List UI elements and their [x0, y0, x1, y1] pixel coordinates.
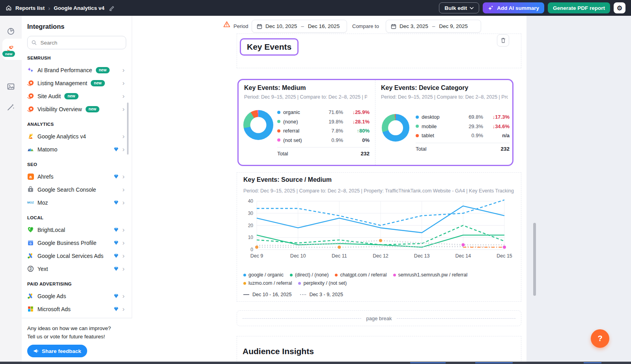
home-icon[interactable] — [6, 5, 12, 11]
svg-text:10: 10 — [248, 235, 254, 240]
warning-icon — [223, 21, 230, 28]
chart-legend-item-luzmo-com-referral: luzmo.com / referral — [243, 280, 292, 286]
sidebar-item-label: Google Analytics v4 — [37, 133, 86, 140]
sidebar-item-matomo[interactable]: Matomo› — [27, 143, 126, 156]
widget-key-events-source-medium[interactable]: Key Events: Source / Medium Period: Dec … — [237, 172, 521, 302]
delete-section-button[interactable] — [497, 34, 509, 47]
sidebar-item-moz[interactable]: MOZMoz› — [27, 196, 126, 209]
legend-change: ↓25.9% — [346, 109, 370, 115]
widget-subtitle: Period: Dec 9–15, 2025 | Compare to: Dec… — [381, 94, 508, 100]
compare-to: Dec 9, 2025 — [439, 23, 468, 29]
megaphone-icon — [33, 348, 39, 354]
sidebar-item-label: Moz — [37, 200, 48, 206]
sidebar-item-brightlocal[interactable]: BrightLocal› — [27, 223, 126, 236]
sidebar-title: Integrations — [27, 23, 126, 30]
sidebar-scrollbar[interactable] — [127, 103, 129, 155]
legend-dot — [243, 282, 246, 285]
icon-rail: new — [0, 16, 22, 364]
audience-insights-block[interactable]: Audience Insights — [237, 336, 521, 364]
sidebar-item-visibility-overview[interactable]: Visibility Overviewnew› — [27, 103, 126, 116]
image-icon — [7, 82, 15, 91]
chevron-right-icon: › — [122, 173, 125, 180]
search-icon — [32, 40, 37, 45]
help-label: ? — [597, 334, 602, 343]
feedback-line1: Any ideas on how we can improve? — [27, 324, 127, 332]
premium-diamond-icon — [114, 147, 119, 152]
sidebar-item-ahrefs[interactable]: aAhrefs› — [27, 170, 126, 183]
rail-item-magic-tools[interactable] — [0, 98, 22, 116]
sidebar-item-label: Google Ads — [37, 293, 66, 299]
sidebar-item-label: Google Business Profile — [37, 240, 96, 246]
medium-donut-legend: organic71.6%↓25.9%(none)19.8%↓28.1%refer… — [277, 108, 370, 159]
medium-donut-chart — [243, 110, 273, 140]
svg-text:Dec 13: Dec 13 — [414, 253, 430, 259]
audience-insights-title: Audience Insights — [243, 347, 314, 356]
widget-key-events-medium[interactable]: Key Events: Medium Period: Dec 9–15, 202… — [239, 80, 375, 165]
search-input[interactable] — [40, 39, 122, 46]
sidebar-item-label: AI Brand Performance — [37, 67, 92, 73]
period-date-range-picker[interactable]: Dec 10, 2025 – Dec 16, 2025 — [252, 20, 347, 33]
share-feedback-button[interactable]: Share feedback — [27, 345, 87, 357]
edit-report-name-icon[interactable] — [109, 5, 115, 11]
sidebar-item-google-business-profile[interactable]: GGoogle Business Profile› — [27, 236, 126, 249]
sidebar-item-yext[interactable]: YEXTYext› — [27, 262, 126, 275]
legend-label: perplexity / (not set) — [303, 280, 347, 286]
breadcrumb-reports-list[interactable]: Reports list — [15, 5, 45, 11]
help-button[interactable]: ? — [591, 329, 609, 348]
share-feedback-label: Share feedback — [42, 348, 81, 354]
section-title-selected[interactable]: Key Events — [240, 38, 299, 56]
right-gutter — [526, 16, 631, 364]
legend-dot — [416, 125, 419, 128]
main-scrollbar[interactable] — [533, 223, 536, 296]
sidebar-item-google-ads[interactable]: Google Ads› — [27, 289, 126, 302]
search-box[interactable] — [27, 36, 126, 49]
settings-button[interactable]: ⚙ — [614, 2, 625, 13]
chevron-right-icon: › — [122, 239, 125, 246]
legend-dot — [277, 129, 280, 133]
breadcrumb-report-name[interactable]: Google Analytics v4 — [54, 5, 105, 11]
chart-legend-item-google-organic: google / organic — [243, 272, 284, 278]
sidebar-item-listing-management[interactable]: Listing Managementnew› — [27, 77, 126, 90]
premium-diamond-icon — [114, 293, 119, 299]
compare-date-range-picker[interactable]: Dec 3, 2025 – Dec 9, 2025 — [386, 20, 481, 33]
chevron-right-icon: › — [122, 306, 125, 312]
sidebar-item-ai-brand-performance[interactable]: AI Brand Performancenew› — [27, 63, 126, 77]
widget-subtitle: Period: Dec 9–15, 2025 | Compare to: Dec… — [243, 188, 515, 194]
donut-legend-row-tablet: tablet0.9%n/a — [416, 131, 510, 140]
premium-diamond-icon — [114, 200, 119, 205]
period-legend-label: Dec 10 - 16, 2025 — [252, 292, 291, 297]
sidebar-item-site-audit[interactable]: Site Auditnew› — [27, 90, 126, 103]
feedback-line2: Tell us or vote for future features! — [27, 332, 127, 341]
legend-label: desktop — [422, 114, 460, 120]
legend-dot — [335, 274, 338, 276]
brightlocal-icon — [27, 226, 34, 233]
bulk-edit-button[interactable]: Bulk edit — [439, 2, 479, 13]
sidebar-item-google-local-services-ads[interactable]: Google Local Services Ads› — [27, 249, 126, 262]
svg-text:G: G — [30, 242, 32, 245]
add-ai-summary-button[interactable]: Add AI summary — [483, 2, 544, 13]
new-badge: new — [91, 80, 105, 86]
legend-dot — [298, 282, 301, 285]
semrush-icon — [27, 93, 34, 99]
sidebar-item-google-search-console[interactable]: Google Search Console› — [27, 183, 126, 196]
legend-label: google / organic — [248, 272, 284, 278]
widget-key-events-device[interactable]: Key Events: Device Category Period: Dec … — [375, 80, 512, 165]
sidebar-item-label: BrightLocal — [37, 227, 65, 233]
rail-item-reports[interactable] — [0, 22, 22, 40]
rail-item-images[interactable] — [0, 77, 22, 95]
generate-pdf-button[interactable]: Generate PDF report — [548, 2, 610, 13]
page-break-block[interactable]: page break — [237, 310, 521, 326]
legend-dot — [393, 274, 396, 276]
legend-value: 19.8% — [323, 119, 343, 125]
selected-widgets-group[interactable]: Key Events: Medium Period: Dec 9–15, 202… — [237, 79, 513, 166]
chevron-right-icon: › — [122, 252, 125, 259]
sidebar-item-microsoft-ads[interactable]: Microsoft Ads› — [27, 302, 126, 315]
semrush-icon — [27, 80, 34, 86]
top-bar: Reports list › Google Analytics v4 Bulk … — [0, 0, 631, 16]
section-title-block[interactable]: Key Events — [237, 34, 521, 68]
svg-text:20: 20 — [248, 223, 254, 228]
sidebar-item-google-analytics-v4[interactable]: Google Analytics v4› — [27, 130, 126, 143]
period-from: Dec 10, 2025 — [265, 23, 297, 29]
ai-sparkles-icon — [27, 67, 34, 73]
compare-from: Dec 3, 2025 — [400, 23, 428, 29]
